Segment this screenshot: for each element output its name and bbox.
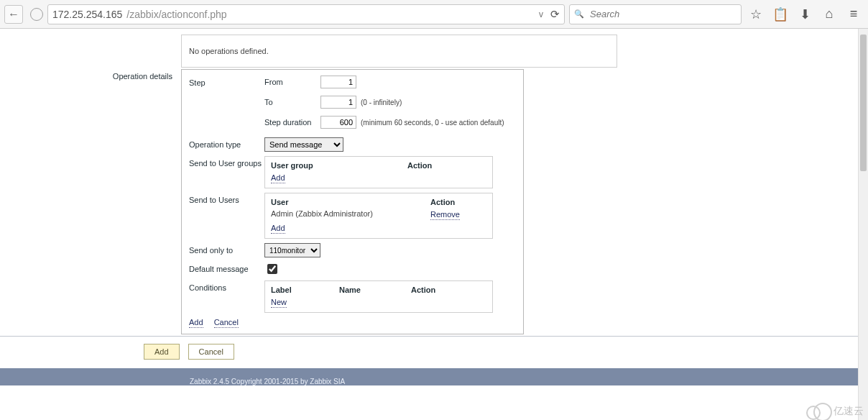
operation-box-footer: Add Cancel bbox=[189, 317, 516, 328]
operation-type-label: Operation type bbox=[189, 137, 264, 149]
conditions-col-name: Name bbox=[339, 286, 411, 294]
user-remove-link[interactable]: Remove bbox=[430, 209, 460, 220]
users-col-action: Action bbox=[430, 198, 486, 206]
operation-details-label: Operation details bbox=[0, 69, 181, 81]
zabbix-copyright: Zabbix 2.4.5 Copyright 2001-2015 by Zabb… bbox=[190, 378, 345, 385]
step-duration-hint: (minimum 60 seconds, 0 - use action defa… bbox=[361, 119, 504, 127]
hamburger-menu-icon[interactable]: ≡ bbox=[844, 4, 864, 24]
download-icon[interactable]: ⬇ bbox=[795, 4, 815, 24]
page-body: No operations defined. Operation details… bbox=[0, 29, 868, 391]
reload-icon[interactable]: ⟳ bbox=[550, 8, 560, 21]
operation-add-link[interactable]: Add bbox=[189, 317, 203, 328]
search-icon: 🔍 bbox=[574, 9, 584, 19]
step-label: Step bbox=[189, 76, 264, 87]
table-row: Admin (Zabbix Administrator) Remove bbox=[271, 209, 486, 220]
scrollbar-thumb[interactable] bbox=[860, 35, 867, 171]
urlbar-caret-icon[interactable]: v bbox=[539, 9, 543, 19]
clipboard-icon[interactable]: 📋 bbox=[770, 4, 790, 24]
browser-search-bar[interactable]: 🔍 bbox=[569, 4, 742, 24]
no-ops-row: No operations defined. bbox=[0, 35, 868, 68]
users-table: User Action Admin (Zabbix Administrator)… bbox=[264, 193, 493, 239]
user-cell: Admin (Zabbix Administrator) bbox=[271, 209, 430, 220]
cloud-icon bbox=[806, 404, 831, 419]
step-to-input[interactable] bbox=[320, 96, 356, 109]
conditions-table: Label Name Action New bbox=[264, 280, 493, 313]
step-duration-label: Step duration bbox=[264, 118, 316, 127]
send-to-user-groups-label: Send to User groups bbox=[189, 156, 264, 168]
default-message-checkbox[interactable] bbox=[267, 264, 277, 274]
watermark: 亿速云 bbox=[806, 404, 864, 419]
step-duration-input[interactable] bbox=[320, 116, 356, 129]
send-only-to-label: Send only to bbox=[189, 243, 264, 255]
browser-chrome: ← 172.25.254.165/zabbix/actionconf.php v… bbox=[0, 0, 868, 29]
page-cancel-button[interactable]: Cancel bbox=[188, 344, 234, 360]
user-groups-add-link[interactable]: Add bbox=[271, 173, 285, 183]
users-col-user: User bbox=[271, 198, 430, 206]
conditions-col-label: Label bbox=[271, 286, 339, 294]
vertical-scrollbar[interactable] bbox=[858, 29, 868, 420]
user-groups-col-group: User group bbox=[271, 161, 407, 170]
operation-details-row: Operation details Step From To (0 - infi… bbox=[0, 69, 868, 334]
url-bar[interactable]: 172.25.254.165/zabbix/actionconf.php v ⟳ bbox=[47, 4, 565, 24]
step-to-hint: (0 - infinitely) bbox=[361, 99, 402, 106]
users-add-link[interactable]: Add bbox=[271, 223, 285, 234]
step-to-label: To bbox=[264, 98, 316, 106]
page-footer: Add Cancel bbox=[0, 336, 868, 367]
conditions-col-action: Action bbox=[411, 286, 486, 294]
user-groups-table: User group Action Add bbox=[264, 156, 493, 188]
browser-search-input[interactable] bbox=[588, 8, 737, 20]
globe-icon bbox=[30, 8, 43, 21]
default-message-label: Default message bbox=[189, 262, 264, 273]
step-from-label: From bbox=[264, 78, 316, 86]
browser-back-button[interactable]: ← bbox=[4, 5, 23, 24]
operation-cancel-link[interactable]: Cancel bbox=[214, 317, 239, 328]
conditions-new-link[interactable]: New bbox=[271, 297, 287, 308]
conditions-label: Conditions bbox=[189, 280, 264, 292]
send-to-users-label: Send to Users bbox=[189, 193, 264, 204]
user-groups-col-action: Action bbox=[407, 161, 486, 170]
url-path: /zabbix/actionconf.php bbox=[126, 9, 226, 20]
no-operations-box: No operations defined. bbox=[181, 35, 617, 68]
operation-type-select[interactable]: Send message bbox=[264, 137, 343, 152]
home-icon[interactable]: ⌂ bbox=[819, 4, 839, 24]
watermark-text: 亿速云 bbox=[834, 405, 864, 418]
step-from-input[interactable] bbox=[320, 76, 356, 88]
operation-details-box: Step From To (0 - infinitely) Step dur bbox=[181, 69, 524, 334]
page-add-button[interactable]: Add bbox=[144, 344, 180, 360]
zabbix-footer-strip: Zabbix 2.4.5 Copyright 2001-2015 by Zabb… bbox=[0, 368, 868, 385]
bookmark-star-icon[interactable]: ☆ bbox=[746, 4, 766, 24]
url-host: 172.25.254.165 bbox=[52, 9, 122, 20]
send-only-to-select[interactable]: 110monitor bbox=[264, 243, 320, 257]
